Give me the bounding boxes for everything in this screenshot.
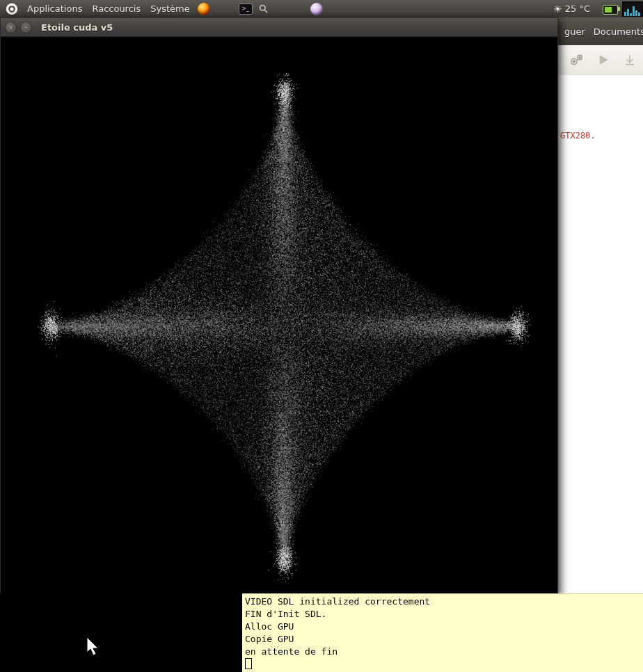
svg-point-2 [10,3,13,6]
svg-line-6 [265,10,268,13]
gears-icon[interactable] [567,51,587,69]
cpu-graph-icon[interactable] [622,1,643,17]
terminal-line: Alloc GPU [245,621,643,633]
weather-indicator[interactable]: ☀ 25 °C [553,0,590,17]
minimize-icon[interactable]: – [20,22,32,33]
terminal-output[interactable]: VIDEO SDL initialized correctementFIN d'… [242,593,643,672]
download-icon[interactable] [620,51,640,69]
pidgin-icon[interactable] [310,2,324,16]
weather-temp: 25 °C [565,3,590,14]
terminal-line: en attente de fin [245,646,643,658]
menu-shortcuts[interactable]: Raccourcis [87,0,145,17]
simulation-canvas [1,37,557,593]
ide-code-gpu-line: GTX280. [560,131,641,141]
ubuntu-logo-icon[interactable] [4,1,19,17]
battery-icon[interactable] [603,3,621,15]
terminal-line: VIDEO SDL initialized correctement [245,595,643,608]
desktop-background [0,593,242,672]
search-icon[interactable] [257,2,271,16]
terminal-launcher-icon[interactable]: >_ [239,2,253,16]
menu-system[interactable]: Système [145,0,194,17]
top-panel: Applications Raccourcis Système >_ ☀ 25 … [0,0,643,17]
terminal-cursor-line [245,658,643,671]
etoile-window: × – Etoile cuda v5 [0,17,558,595]
ide-menu-debug[interactable]: guer [564,26,585,37]
ide-toolbar [557,45,643,75]
terminal-line: Copie GPU [245,633,643,646]
sun-icon: ☀ [553,3,562,15]
ide-menu-documents[interactable]: Documents [594,26,643,37]
close-icon[interactable]: × [5,22,17,33]
svg-point-10 [579,57,580,58]
ide-window: guer Documents GTX280. [557,17,643,593]
ide-editor[interactable]: GTX280. [557,74,643,593]
firefox-icon[interactable] [197,2,211,16]
play-icon[interactable] [594,51,613,69]
menu-applications[interactable]: Applications [22,0,87,17]
terminal-line: FIN d'Init SDL. [245,608,643,621]
window-title: Etoile cuda v5 [41,22,113,33]
svg-point-4 [7,10,10,13]
window-titlebar[interactable]: × – Etoile cuda v5 [1,18,557,37]
svg-point-5 [260,6,266,11]
svg-marker-11 [600,55,608,65]
svg-point-3 [15,10,17,13]
svg-point-8 [573,61,575,63]
ide-menubar: guer Documents [557,17,643,45]
